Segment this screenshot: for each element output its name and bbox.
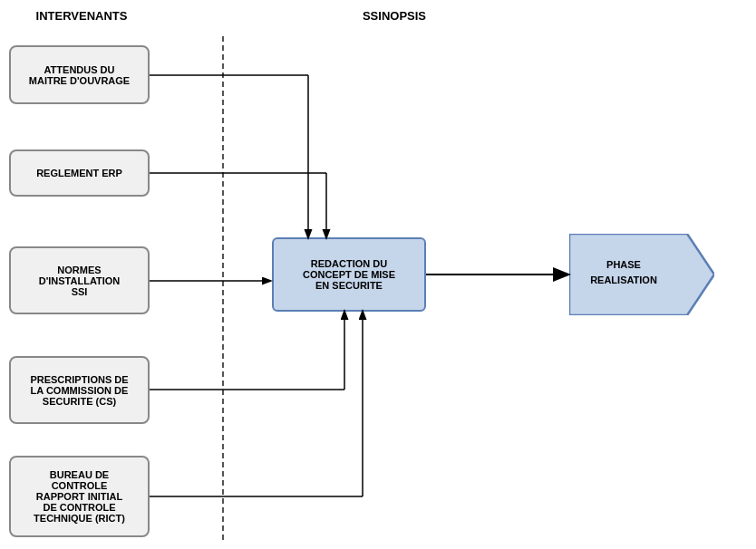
svg-text:REALISATION: REALISATION bbox=[590, 274, 657, 285]
box-maitre-ouvrage: ATTENDUS DUMAITRE D'OUVRAGE bbox=[9, 45, 150, 104]
box-reglement-erp: REGLEMENT ERP bbox=[9, 149, 150, 197]
dashed-divider bbox=[222, 36, 224, 540]
box-phase-realisation: PHASE REALISATION bbox=[569, 234, 714, 315]
header-ssinopsis: SSINOPSIS bbox=[236, 9, 553, 23]
box-bureau-controle: BUREAU DECONTROLERAPPORT INITIALDE CONTR… bbox=[9, 456, 150, 537]
box-normes-installation: NORMESD'INSTALLATIONSSI bbox=[9, 246, 150, 314]
header-intervenants: INTERVENANTS bbox=[9, 9, 154, 23]
diagram-container: INTERVENANTS SSINOPSIS ATTENDUS DUMAITRE… bbox=[0, 0, 756, 549]
svg-text:PHASE: PHASE bbox=[606, 259, 641, 270]
box-redaction-concept: REDACTION DUCONCEPT DE MISEEN SECURITE bbox=[272, 237, 426, 312]
box-prescriptions-commission: PRESCRIPTIONS DELA COMMISSION DESECURITE… bbox=[9, 356, 150, 424]
